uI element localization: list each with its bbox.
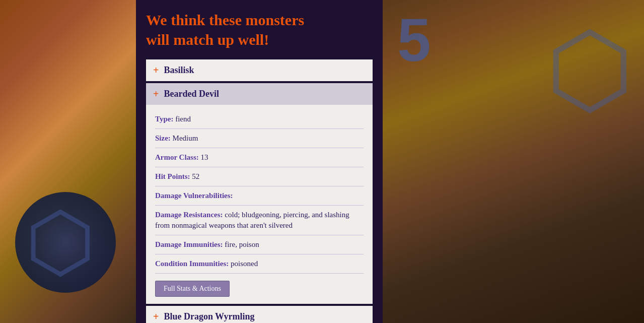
main-panel: We think these monsters will match up we… — [136, 0, 383, 323]
stat-armor-class-label: Armor Class: — [155, 153, 199, 161]
plus-icon-blue-dragon: + — [153, 311, 159, 322]
accordion-item-blue-dragon: + Blue Dragon Wyrmling — [146, 306, 373, 323]
accordion-label-bearded-devil: Bearded Devil — [164, 89, 219, 99]
stat-type-value: fiend — [175, 115, 191, 123]
accordion-header-blue-dragon[interactable]: + Blue Dragon Wyrmling — [146, 306, 373, 323]
stat-hit-points-label: Hit Points: — [155, 172, 190, 180]
stat-damage-resistances: Damage Resistances: cold; bludgeoning, p… — [155, 206, 364, 235]
plus-icon-basilisk: + — [153, 64, 159, 76]
stat-size-value: Medium — [173, 134, 198, 142]
accordion-item-basilisk: + Basilisk — [146, 59, 373, 81]
heading-line2: will match up well! — [146, 31, 269, 48]
stat-hit-points: Hit Points: 52 — [155, 167, 364, 186]
stat-damage-vulnerabilities: Damage Vulnerabilities: — [155, 186, 364, 206]
stat-size-label: Size: — [155, 134, 171, 142]
stat-armor-class: Armor Class: 13 — [155, 148, 364, 167]
stat-armor-class-value: 13 — [201, 153, 208, 161]
stat-hit-points-value: 52 — [192, 172, 199, 180]
accordion-label-basilisk: Basilisk — [164, 65, 194, 76]
stat-condition-immunities: Condition Immunities: poisoned — [155, 254, 364, 274]
stat-damage-imm-value: fire, poison — [225, 240, 259, 248]
accordion-label-blue-dragon: Blue Dragon Wyrmling — [164, 311, 254, 322]
stat-damage-imm-label: Damage Immunities: — [155, 240, 223, 248]
stat-type-label: Type: — [155, 115, 173, 123]
stat-damage-vuln-label: Damage Vulnerabilities: — [155, 191, 233, 200]
accordion-header-bearded-devil[interactable]: + Bearded Devil — [146, 83, 373, 105]
background-left — [0, 0, 136, 323]
stat-damage-resist-label: Damage Resistances: — [155, 211, 223, 219]
stat-type: Type: fiend — [155, 110, 364, 129]
background-right — [382, 0, 644, 323]
page-heading: We think these monsters will match up we… — [146, 10, 373, 49]
stat-condition-imm-value: poisoned — [231, 260, 258, 268]
stat-condition-imm-label: Condition Immunities: — [155, 260, 229, 268]
accordion-body-bearded-devil: Type: fiend Size: Medium Armor Class: 13… — [146, 105, 373, 304]
heading-line1: We think these monsters — [146, 12, 304, 28]
full-stats-button[interactable]: Full Stats & Actions — [155, 281, 230, 297]
accordion-item-bearded-devil: + Bearded Devil Type: fiend Size: Medium… — [146, 83, 373, 304]
plus-icon-bearded-devil: + — [153, 88, 159, 100]
accordion-header-basilisk[interactable]: + Basilisk — [146, 59, 373, 81]
stat-size: Size: Medium — [155, 129, 364, 148]
stat-damage-immunities: Damage Immunities: fire, poison — [155, 235, 364, 254]
